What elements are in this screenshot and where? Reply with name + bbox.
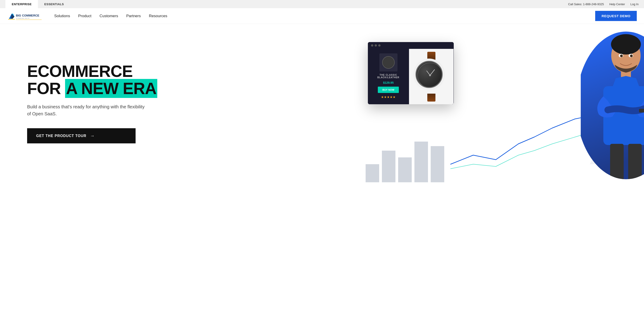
card-watch-small — [380, 53, 398, 72]
login-link[interactable]: Log In — [630, 3, 638, 6]
request-demo-button[interactable]: REQUEST DEMO — [595, 11, 637, 21]
product-card-mockup: THE CLASSIC BLACK/LEATHER $129.95 BUY NO… — [368, 42, 454, 104]
watch-face-svg — [416, 62, 443, 88]
hero-title-line2-prefix: FOR — [27, 79, 65, 98]
watch-face-small — [382, 56, 395, 69]
watch-circle — [413, 59, 445, 90]
card-title-bar — [368, 42, 454, 49]
hero-section: ECOMMERCE FOR A NEW ERA Build a business… — [0, 24, 644, 182]
dot-1 — [371, 44, 373, 47]
svg-point-18 — [611, 34, 641, 55]
product-tour-label: GET THE PRODUCT TOUR — [36, 134, 86, 138]
logo-area[interactable]: BIG COMMERCE STANDING WITH — [7, 11, 44, 21]
card-stars: ★★★★★ — [381, 95, 396, 99]
hero-left: ECOMMERCE FOR A NEW ERA Build a business… — [0, 24, 354, 182]
hero-title-line1: ECOMMERCE — [27, 62, 133, 80]
product-tour-button[interactable]: GET THE PRODUCT TOUR → — [27, 128, 136, 143]
call-sales-link[interactable]: Call Sales: 1-888-248-9325 — [568, 3, 604, 6]
card-right-panel — [409, 49, 454, 104]
svg-point-22 — [630, 55, 633, 57]
svg-line-9 — [430, 70, 434, 75]
tab-essentials[interactable]: ESSENTIALS — [38, 0, 70, 8]
hero-subtitle: Build a business that's ready for anythi… — [27, 103, 144, 117]
hero-right: THE CLASSIC BLACK/LEATHER $129.95 BUY NO… — [354, 24, 644, 182]
card-body: THE CLASSIC BLACK/LEATHER $129.95 BUY NO… — [368, 49, 454, 104]
top-bar-tabs: ENTERPRISE ESSENTIALS — [6, 0, 70, 8]
svg-text:BIG: BIG — [16, 14, 21, 17]
card-product-name: THE CLASSIC BLACK/LEATHER — [377, 74, 399, 79]
top-bar: ENTERPRISE ESSENTIALS Call Sales: 1-888-… — [0, 0, 644, 8]
bigcommerce-logo: BIG COMMERCE STANDING WITH — [7, 11, 44, 21]
svg-text:STANDING WITH: STANDING WITH — [16, 18, 30, 19]
help-center-link[interactable]: Help Center — [609, 3, 625, 6]
nav-right: REQUEST DEMO — [595, 11, 637, 21]
nav-customers[interactable]: Customers — [100, 14, 118, 18]
hero-title: ECOMMERCE FOR A NEW ERA — [27, 63, 354, 97]
tab-enterprise[interactable]: ENTERPRISE — [6, 0, 38, 8]
dot-2 — [375, 44, 377, 47]
card-left-panel: THE CLASSIC BLACK/LEATHER $129.95 BUY NO… — [368, 49, 409, 104]
svg-point-11 — [429, 74, 431, 76]
dot-3 — [378, 44, 380, 47]
nav-links: Solutions Product Customers Partners Res… — [54, 14, 595, 18]
nav-partners[interactable]: Partners — [126, 14, 141, 18]
nav-resources[interactable]: Resources — [149, 14, 167, 18]
svg-text:COMMERCE: COMMERCE — [22, 14, 40, 17]
card-buy-button[interactable]: BUY NOW — [378, 87, 399, 93]
watch-large-image — [413, 59, 450, 95]
hero-title-highlight: A NEW ERA — [65, 79, 157, 98]
main-nav: BIG COMMERCE STANDING WITH Solutions Pro… — [0, 8, 644, 24]
watch-strap-bottom — [427, 94, 436, 102]
svg-rect-15 — [639, 109, 644, 112]
top-bar-right: Call Sales: 1-888-248-9325 Help Center L… — [568, 3, 638, 6]
nav-product[interactable]: Product — [78, 14, 92, 18]
svg-point-21 — [620, 55, 623, 57]
arrow-icon: → — [90, 133, 95, 138]
watch-inner — [416, 61, 443, 88]
card-price: $129.95 — [383, 81, 394, 84]
nav-solutions[interactable]: Solutions — [54, 14, 70, 18]
